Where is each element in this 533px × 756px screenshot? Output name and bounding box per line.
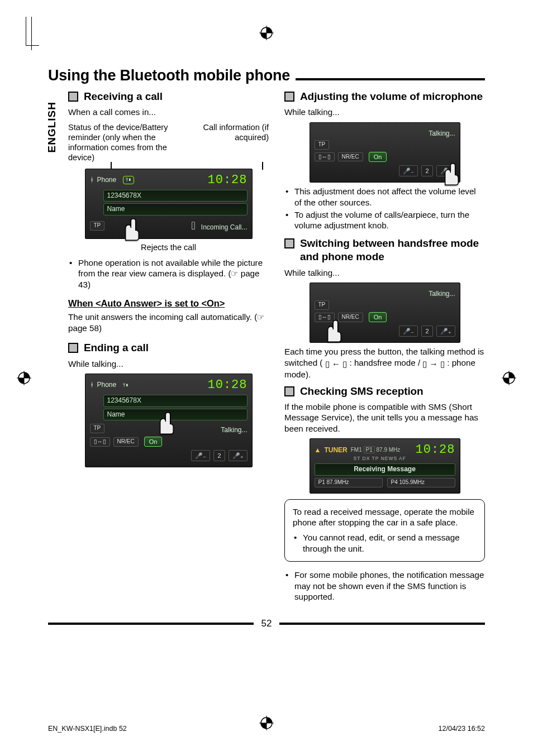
hand-pointer-icon xyxy=(437,162,462,186)
screenshot-mic-volume: Talking... TP ▯↔▯ NR/EC On 🎤₋ 2 🎤₊ xyxy=(310,122,460,183)
mode-switch-chip: ▯↔▯ xyxy=(90,437,110,447)
footer-filename: EN_KW-NSX1[E].indb 52 xyxy=(48,725,127,733)
registration-mark-right xyxy=(502,371,516,385)
mic-vol-value: 2 xyxy=(421,165,432,176)
preset-chip: P4 105.9MHz xyxy=(387,478,455,487)
tp-indicator: TP xyxy=(90,221,105,231)
call-status: Talking... xyxy=(429,130,455,138)
page-number: 52 xyxy=(259,618,274,629)
screenshot-sms: ▲ TUNER FM1 P1 87.9 MHz 10:28 ST DX TP N… xyxy=(310,438,460,493)
footer-timestamp: 12/04/23 16:52 xyxy=(439,725,485,733)
nrec-chip: NR/EC xyxy=(113,437,139,447)
tp-indicator: TP xyxy=(315,140,330,150)
tp-indicator: TP xyxy=(315,300,330,310)
bluetooth-icon: ᚼ xyxy=(90,381,94,389)
screenshot-mode-switch: Talking... TP ▯↔▯ NR/EC On 🎤₋ 2 🎤₊ xyxy=(310,283,460,343)
section-marker-icon xyxy=(284,238,294,248)
body-text: While talking... xyxy=(68,358,269,369)
mic-vol-up: 🎤₊ xyxy=(229,450,248,461)
mic-vol-down: 🎤₋ xyxy=(399,165,418,176)
section-marker-icon xyxy=(68,343,78,353)
registration-mark-left xyxy=(17,371,31,385)
section-title: Adjusting the volume of microphone xyxy=(300,90,483,103)
bullet-text: Phone operation is not available while t… xyxy=(68,257,269,290)
screenshot-incoming-call: ᚼ Phone ⫯▮ 10:28 12345678X Name TP 𓏲 Inc… xyxy=(85,169,253,239)
footer-rule xyxy=(48,623,254,625)
signal-battery-box: ⫯▮ xyxy=(123,176,134,184)
call-status: Incoming Call... xyxy=(201,223,248,232)
on-button: On xyxy=(369,312,387,322)
call-status: Talking... xyxy=(221,426,247,434)
subsection-title: When <Auto Answer> is set to <On> xyxy=(68,298,269,309)
callout-status: Status of the device/Battery reminder (o… xyxy=(68,122,193,163)
callout-callinfo: Call information (if acquired) xyxy=(198,122,269,163)
body-text: The unit answers the incoming call autom… xyxy=(68,312,269,333)
mic-vol-down: 🎤₋ xyxy=(191,450,210,461)
mic-vol-up: 🎤₊ xyxy=(436,326,455,337)
section-title: Switching between handsfree mode and pho… xyxy=(300,237,485,264)
bullet-text: For some mobile phones, the notification… xyxy=(284,570,485,602)
left-column: Receiving a call When a call comes in...… xyxy=(68,88,269,608)
body-text: While talking... xyxy=(284,267,485,278)
section-marker-icon xyxy=(284,386,294,396)
right-column: Adjusting the volume of microphone While… xyxy=(284,88,485,608)
tuner-icon: ▲ xyxy=(315,446,321,454)
tp-indicator: TP xyxy=(90,424,105,433)
callout-arrow xyxy=(262,162,263,170)
clock: 10:28 xyxy=(207,173,247,188)
page-title: Using the Bluetooth mobile phone xyxy=(48,67,290,84)
section-title: Ending a call xyxy=(84,341,149,355)
note-box: To read a received message, operate the … xyxy=(284,499,485,562)
note-text: To read a received message, operate the … xyxy=(293,506,477,528)
mode-switch-chip: ▯↔▯ xyxy=(315,152,335,162)
on-button: On xyxy=(369,152,387,162)
nrec-chip: NR/EC xyxy=(338,152,363,162)
source-label: Phone xyxy=(97,176,117,184)
body-text: If the mobile phone is compatible with S… xyxy=(284,401,485,434)
crop-mark xyxy=(26,17,39,46)
title-rule xyxy=(296,78,485,80)
body-text: Each time you press the button, the talk… xyxy=(284,346,485,380)
body-text: While talking... xyxy=(284,107,485,117)
intro-text: When a call comes in... xyxy=(68,107,269,117)
caption-rejects: Rejects the call xyxy=(68,242,269,253)
bullet-text: You cannot read, edit, or send a message… xyxy=(293,532,477,554)
mic-vol-value: 2 xyxy=(213,450,225,461)
status-flags: ST DX TP NEWS AF xyxy=(354,456,455,462)
section-marker-icon xyxy=(68,92,78,102)
section-title: Checking SMS reception xyxy=(300,385,423,398)
tuner-label: TUNER xyxy=(324,446,347,454)
reject-icon: 𓏲 xyxy=(191,219,195,233)
footer-rule xyxy=(279,623,485,625)
registration-mark-top xyxy=(259,26,274,40)
handsfree-mode-icon: ▯ ← ▯ xyxy=(325,358,348,369)
language-tab: ENGLISH xyxy=(45,98,59,156)
section-marker-icon xyxy=(284,92,294,102)
call-status: Talking... xyxy=(429,290,455,298)
preset-chip: P1 87.9MHz xyxy=(315,478,383,487)
receiving-message: Receiving Message xyxy=(315,463,455,475)
signal-battery-box: ⫯▮ xyxy=(123,382,129,389)
section-title: Receiving a call xyxy=(84,90,163,103)
bullet-text: This adjustment does not affect the volu… xyxy=(284,186,485,208)
band-chip: FM1 P1 87.9 MHz xyxy=(351,447,401,454)
phone-mode-icon: ▯ → ▯ xyxy=(422,358,445,369)
on-button: On xyxy=(144,437,163,447)
mic-vol-down: 🎤₋ xyxy=(399,326,418,337)
source-label: Phone xyxy=(97,381,117,389)
screenshot-talking: ᚼ Phone ⫯▮ 10:28 12345678X Name TP Talki… xyxy=(85,374,253,467)
bullet-text: To adjust the volume of calls/earpiece, … xyxy=(284,209,485,231)
hand-pointer-icon xyxy=(153,411,177,436)
clock: 10:28 xyxy=(207,377,247,393)
caller-number: 12345678X xyxy=(103,395,248,406)
caller-number: 12345678X xyxy=(103,190,248,202)
mic-vol-value: 2 xyxy=(421,326,432,337)
caller-name: Name xyxy=(103,203,248,215)
bluetooth-icon: ᚼ xyxy=(90,176,94,184)
hand-pointer-icon xyxy=(320,319,345,343)
text-fragment: : handsfree mode / xyxy=(349,358,422,367)
hand-pointer-icon xyxy=(118,217,142,242)
